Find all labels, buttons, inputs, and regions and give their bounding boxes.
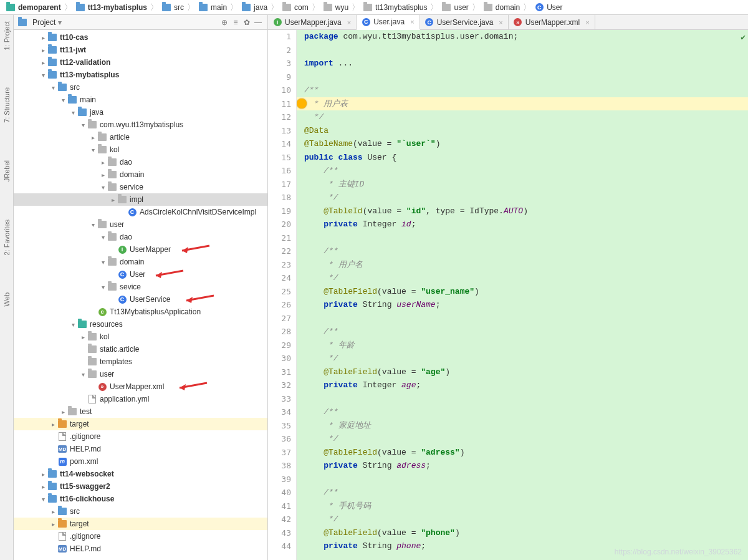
tree-arrow-icon[interactable]: ▾ bbox=[98, 284, 107, 291]
code-line[interactable]: * 主键ID bbox=[297, 178, 748, 191]
close-icon[interactable]: × bbox=[496, 19, 502, 26]
tree-row[interactable]: application.yml bbox=[14, 393, 267, 405]
tree-row[interactable]: ▾user bbox=[14, 218, 267, 231]
tree-row[interactable]: MDHELP.md bbox=[14, 443, 267, 455]
code-line[interactable]: */ bbox=[297, 513, 748, 526]
tree-row[interactable]: CAdsCircleKolChnlVisitDServiceImpl bbox=[14, 206, 267, 218]
tree-row[interactable]: ▾kol bbox=[14, 143, 267, 156]
code-line[interactable]: /** bbox=[297, 244, 748, 258]
tree-arrow-icon[interactable]: ▾ bbox=[79, 122, 87, 128]
tree-arrow-icon[interactable]: ▾ bbox=[98, 184, 107, 191]
tree-row[interactable]: cTt13MybatisplusApplication bbox=[14, 306, 267, 318]
project-title[interactable]: Project ▾ bbox=[17, 17, 219, 27]
tree-row[interactable]: ▸tt14-websocket bbox=[14, 468, 267, 480]
code-line[interactable]: @TableField(value = "age") bbox=[297, 365, 748, 379]
tree-row[interactable]: ▾sevice bbox=[14, 281, 267, 293]
code-line[interactable]: private String userName; bbox=[297, 298, 748, 312]
tree-row[interactable]: ▾user bbox=[14, 368, 267, 380]
code-line[interactable]: /** bbox=[297, 164, 748, 178]
code-line[interactable]: @TableField(value = "adress") bbox=[297, 446, 748, 460]
breadcrumb-item[interactable]: src bbox=[160, 2, 186, 12]
settings-icon[interactable]: ✿ bbox=[241, 17, 252, 28]
tree-row[interactable]: ▸target bbox=[14, 418, 267, 430]
tool-window-stripe[interactable]: JRebel bbox=[3, 160, 11, 181]
tree-row[interactable]: ▾tt16-clickhouse bbox=[14, 493, 267, 505]
close-icon[interactable]: × bbox=[408, 18, 414, 26]
tree-row[interactable]: .gitignore bbox=[14, 530, 267, 543]
tree-row[interactable]: ▸test bbox=[14, 405, 267, 418]
code-line[interactable]: */ bbox=[297, 432, 748, 446]
tree-row[interactable]: ▸tt15-swagger2 bbox=[14, 480, 267, 493]
tree-row[interactable]: ▸dao bbox=[14, 156, 267, 168]
tree-row[interactable]: ▸impl bbox=[14, 193, 267, 206]
breadcrumb-item[interactable]: tt13-mybatisplus bbox=[74, 2, 149, 12]
editor-tab[interactable]: CUserService.java× bbox=[420, 15, 509, 29]
tree-arrow-icon[interactable]: ▾ bbox=[89, 147, 97, 153]
tree-row[interactable]: ▾java bbox=[14, 106, 267, 118]
breadcrumb-item[interactable]: wyu bbox=[321, 2, 350, 12]
code-line[interactable] bbox=[297, 70, 748, 84]
code-line[interactable]: */ bbox=[297, 352, 748, 365]
tree-arrow-icon[interactable]: ▸ bbox=[39, 47, 47, 54]
code-line[interactable]: * 手机号码 bbox=[297, 500, 748, 513]
tree-arrow-icon[interactable]: ▾ bbox=[49, 84, 57, 91]
code-line[interactable]: @TableId(value = "id", type = IdType.AUT… bbox=[297, 205, 748, 218]
tree-row[interactable]: ▸src bbox=[14, 505, 267, 518]
tree-arrow-icon[interactable]: ▸ bbox=[39, 483, 47, 490]
tree-row[interactable]: ▸target bbox=[14, 518, 267, 530]
tree-row[interactable]: ▸tt10-cas bbox=[14, 31, 267, 44]
code-line[interactable]: * 家庭地址 bbox=[297, 419, 748, 433]
code-area[interactable]: ✔ package com.wyu.tt13mybatisplus.user.d… bbox=[297, 30, 748, 560]
code-line[interactable]: @TableName(value = "`user`") bbox=[297, 137, 748, 151]
hide-icon[interactable]: — bbox=[252, 17, 264, 28]
tree-row[interactable]: ▾dao bbox=[14, 231, 267, 243]
tree-arrow-icon[interactable]: ▾ bbox=[79, 371, 87, 378]
tree-row[interactable]: mpom.xml bbox=[14, 455, 267, 468]
tree-row[interactable]: ▸tt11-jwt bbox=[14, 44, 267, 56]
tree-arrow-icon[interactable]: ▾ bbox=[69, 109, 77, 116]
tree-arrow-icon[interactable]: ▸ bbox=[98, 159, 107, 166]
tool-window-stripe[interactable]: 1: Project bbox=[3, 21, 11, 50]
tree-row[interactable]: ▸tt12-validation bbox=[14, 56, 267, 69]
tree-row[interactable]: ▾main bbox=[14, 94, 267, 106]
breadcrumb-item[interactable]: CUser bbox=[532, 2, 564, 12]
editor-tab[interactable]: »UserMapper.xml× bbox=[509, 15, 595, 29]
code-line[interactable] bbox=[297, 44, 748, 57]
code-line[interactable] bbox=[297, 392, 748, 406]
tree-arrow-icon[interactable]: ▸ bbox=[98, 171, 107, 178]
tree-arrow-icon[interactable]: ▾ bbox=[69, 321, 77, 328]
breadcrumb-item[interactable]: user bbox=[439, 2, 470, 12]
tree-arrow-icon[interactable]: ▸ bbox=[39, 471, 47, 478]
tree-row[interactable]: ▾domain bbox=[14, 256, 267, 268]
inspection-ok-icon[interactable]: ✔ bbox=[741, 31, 746, 45]
tree-arrow-icon[interactable]: ▸ bbox=[59, 408, 67, 415]
tree-row[interactable]: IUserMapper bbox=[14, 243, 267, 256]
close-icon[interactable]: × bbox=[345, 19, 351, 26]
breadcrumb-item[interactable]: com bbox=[280, 2, 310, 12]
breadcrumb-item[interactable]: tt13mybatisplus bbox=[361, 2, 429, 12]
code-line[interactable]: * 用户名 bbox=[297, 258, 748, 272]
tree-row[interactable]: CUser bbox=[14, 268, 267, 281]
code-line[interactable]: @TableField(value = "user_name") bbox=[297, 285, 748, 299]
code-line[interactable]: @Data bbox=[297, 124, 748, 138]
code-line[interactable]: * 年龄 bbox=[297, 339, 748, 352]
tree-arrow-icon[interactable]: ▾ bbox=[39, 496, 47, 503]
tree-arrow-icon[interactable]: ▸ bbox=[49, 508, 57, 515]
tree-row[interactable]: ▸article bbox=[14, 131, 267, 143]
code-line[interactable]: import ... bbox=[297, 57, 748, 70]
tree-arrow-icon[interactable]: ▸ bbox=[108, 196, 117, 203]
code-line[interactable]: /** bbox=[297, 84, 748, 97]
breadcrumb-item[interactable]: java bbox=[239, 2, 269, 12]
tree-arrow-icon[interactable]: ▾ bbox=[98, 234, 107, 241]
locate-icon[interactable]: ⊕ bbox=[219, 17, 230, 28]
code-line[interactable] bbox=[297, 231, 748, 245]
editor-tab[interactable]: CUser.java× bbox=[357, 15, 420, 30]
tree-arrow-icon[interactable]: ▾ bbox=[98, 259, 107, 266]
code-line[interactable]: private Integer age; bbox=[297, 379, 748, 392]
tree-row[interactable]: ▾src bbox=[14, 81, 267, 94]
code-line[interactable]: public class User { bbox=[297, 151, 748, 165]
tool-window-stripe[interactable]: 7: Structure bbox=[3, 87, 11, 123]
code-line[interactable]: /** bbox=[297, 486, 748, 500]
code-line[interactable]: * 用户表 bbox=[297, 97, 748, 111]
tree-arrow-icon[interactable]: ▸ bbox=[39, 34, 47, 41]
